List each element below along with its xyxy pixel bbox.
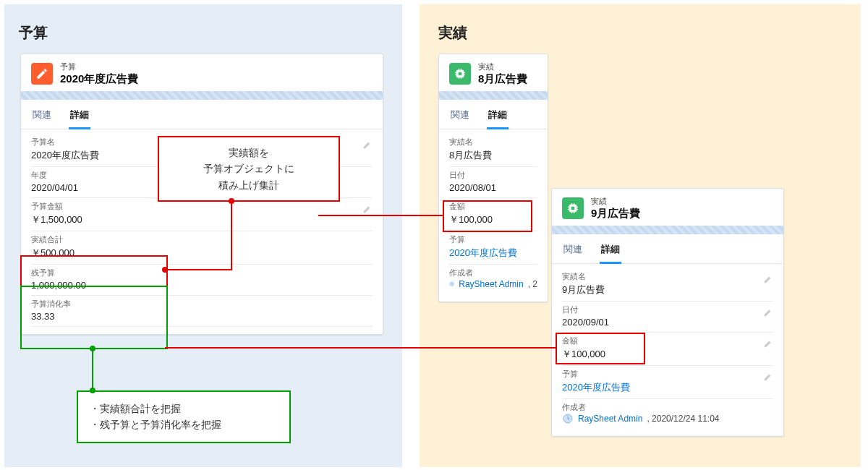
- record-title: 2020年度広告費: [60, 72, 138, 85]
- tabs: 関連 詳細: [21, 100, 383, 129]
- field-rate: 予算消化率 33.33: [31, 296, 373, 327]
- record-title: 9月広告費: [591, 207, 640, 220]
- clock-icon: [562, 413, 574, 424]
- tab-detail[interactable]: 詳細: [69, 106, 90, 129]
- tab-detail[interactable]: 詳細: [487, 106, 509, 129]
- header-pattern: [21, 91, 383, 100]
- object-label: 予算: [60, 61, 138, 72]
- chip-icon: [562, 197, 584, 219]
- record-title: 8月広告費: [478, 72, 527, 85]
- field-label: 作成者: [449, 268, 537, 278]
- tab-related[interactable]: 関連: [449, 106, 471, 129]
- edit-pencil-icon[interactable]: [763, 338, 773, 349]
- budget-link[interactable]: 2020年度広告費: [562, 380, 773, 394]
- author-link[interactable]: RaySheet Admin: [578, 414, 642, 424]
- edit-pencil-icon[interactable]: [763, 274, 773, 284]
- field-label: 金額: [562, 336, 773, 346]
- field-budget-amount: 予算金額 ￥1,500,000: [31, 198, 373, 231]
- field-remaining: 残予算 1,000,000.00: [31, 265, 373, 296]
- field-value: 1,000,000.00: [31, 278, 373, 291]
- callout-line: 予算オブジェクトに: [169, 161, 328, 176]
- field-label: 金額: [449, 201, 537, 212]
- object-label: 実績: [591, 196, 640, 207]
- field-value: 2020/09/01: [562, 315, 773, 328]
- callout-line: ・実績額合計を把握: [90, 401, 278, 416]
- tab-related[interactable]: 関連: [31, 106, 53, 129]
- edit-pencil-icon[interactable]: [362, 204, 373, 214]
- section-title-budget: 予算: [19, 23, 48, 43]
- budget-card-header: 予算 2020年度広告費: [21, 54, 383, 91]
- field-value: ￥100,000: [562, 346, 773, 361]
- field-label: 予算金額: [31, 201, 373, 212]
- field-label: 予算: [562, 369, 773, 380]
- field-label: 残予算: [31, 268, 373, 278]
- field-value: ￥1,500,000: [31, 212, 373, 226]
- field-value: ￥500,000: [31, 245, 373, 260]
- callout-rollup: 実績額を 予算オブジェクトに 積み上げ集計: [158, 136, 340, 202]
- edit-pencil-icon[interactable]: [362, 140, 373, 150]
- chip-icon: [449, 63, 471, 85]
- callout-line: 実績額を: [169, 145, 328, 161]
- callout-line: ・残予算と予算消化率を把握: [90, 416, 278, 432]
- author-timestamp: , 2: [528, 279, 537, 289]
- tab-related[interactable]: 関連: [562, 240, 584, 263]
- actual-card-august: 実績 8月広告費 関連 詳細 実績名8月広告費 日付2020/08/01 金額￥…: [438, 54, 548, 302]
- header-pattern: [552, 226, 783, 234]
- edit-pencil-icon[interactable]: [763, 372, 773, 382]
- field-label: 作成者: [562, 402, 773, 413]
- clock-icon: [449, 278, 454, 290]
- field-label: 予算: [449, 234, 537, 245]
- author-timestamp: , 2020/12/24 11:04: [647, 414, 719, 424]
- pencil-square-icon: [31, 63, 53, 85]
- object-label: 実績: [478, 61, 527, 72]
- callout-grasp: ・実績額合計を把握 ・残予算と予算消化率を把握: [77, 390, 291, 443]
- field-value: 33.33: [31, 309, 373, 322]
- budget-link[interactable]: 2020年度広告費: [449, 245, 537, 260]
- tab-detail[interactable]: 詳細: [600, 240, 621, 264]
- field-label: 実績合計: [31, 234, 373, 245]
- field-label: 実績名: [449, 137, 537, 148]
- field-value: 9月広告費: [562, 282, 773, 296]
- field-value: ￥100,000: [449, 212, 537, 226]
- edit-pencil-icon[interactable]: [763, 307, 773, 317]
- section-title-actual: 実績: [438, 23, 467, 43]
- field-actual-total: 実績合計 ￥500,000: [31, 231, 373, 265]
- field-label: 実績名: [562, 271, 773, 282]
- field-label: 日付: [562, 304, 773, 315]
- field-label: 予算消化率: [31, 299, 373, 309]
- header-pattern: [439, 91, 548, 100]
- field-value: 2020/08/01: [449, 181, 537, 193]
- field-label: 日付: [449, 170, 537, 181]
- field-value: 8月広告費: [449, 148, 537, 162]
- author-link[interactable]: RaySheet Admin: [459, 279, 523, 289]
- callout-line: 積み上げ集計: [169, 177, 328, 193]
- actual-card-september: 実績 9月広告費 関連 詳細 実績名9月広告費 日付2020/09/01 金額￥…: [551, 188, 784, 437]
